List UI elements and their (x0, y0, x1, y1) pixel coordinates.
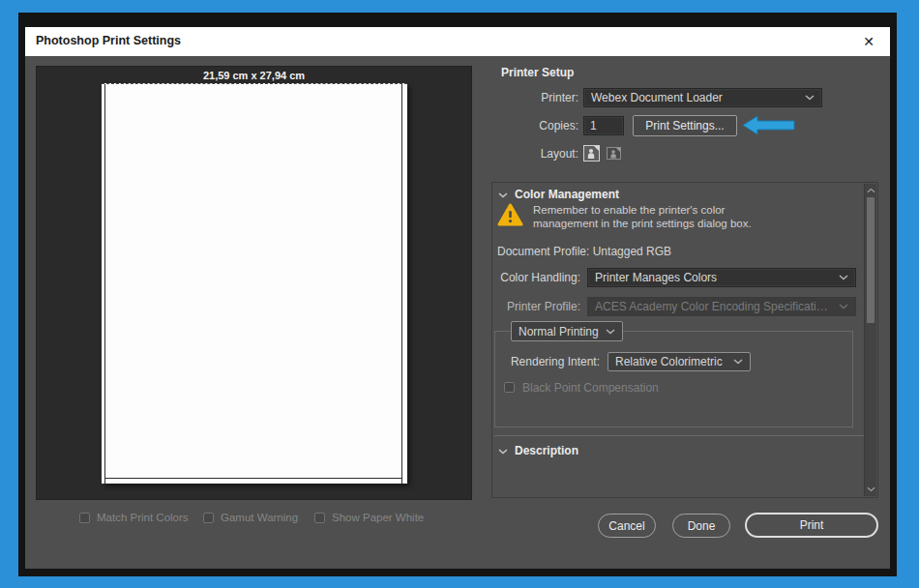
chevron-down-icon (805, 95, 815, 101)
color-handling-value: Printer Manages Colors (595, 271, 717, 284)
chevron-down-icon (839, 275, 848, 280)
color-management-header: Color Management (515, 188, 619, 201)
match-print-colors-checkbox (79, 513, 90, 523)
photoshop-print-settings-window: Photoshop Print Settings ✕ 21,59 cm x 27… (18, 13, 897, 576)
print-settings-button-label: Print Settings... (645, 119, 724, 132)
printing-mode-select[interactable]: Normal Printing (511, 321, 623, 341)
warning-line-2: management in the print settings dialog … (533, 217, 752, 230)
show-paper-white-checkbox (314, 513, 325, 523)
scrollbar[interactable] (864, 184, 876, 496)
section-divider (494, 435, 864, 436)
copies-label: Copies: (499, 116, 578, 135)
chevron-down-icon (839, 304, 848, 309)
margin-guide-right (401, 84, 402, 484)
callout-arrow-icon (742, 115, 795, 139)
margin-guide-left (104, 84, 105, 484)
printer-label: Printer: (499, 88, 578, 107)
color-handling-select[interactable]: Printer Manages Colors (587, 268, 856, 287)
paper-dimensions: 21,59 cm x 27,94 cm (37, 70, 471, 81)
done-button-label: Done (688, 519, 716, 533)
layout-label: Layout: (499, 144, 578, 163)
collapse-color-management-icon[interactable] (498, 192, 508, 198)
layout-reverse-icon[interactable] (606, 145, 622, 162)
cancel-button-label: Cancel (608, 519, 644, 533)
copies-input[interactable] (583, 116, 624, 135)
print-button-label: Print (800, 518, 824, 532)
scroll-up-icon[interactable] (865, 185, 876, 196)
done-button[interactable]: Done (672, 514, 730, 538)
printer-profile-select: ACES Academy Color Encoding Specificatio… (587, 297, 856, 316)
collapse-description-icon[interactable] (498, 449, 508, 455)
printing-mode-value: Normal Printing (519, 325, 599, 338)
print-button[interactable]: Print (745, 513, 878, 538)
description-header: Description (515, 444, 578, 457)
rendering-intent-value: Relative Colorimetric (615, 355, 723, 368)
printer-select-value: Webex Document Loader (591, 91, 723, 104)
scroll-down-icon[interactable] (865, 484, 876, 495)
chevron-down-icon (606, 329, 615, 335)
color-management-panel: Color Management Remember to enable the … (491, 182, 878, 498)
gamut-warning-label: Gamut Warning (221, 512, 298, 523)
black-point-label: Black Point Compensation (522, 381, 659, 395)
printer-profile-label: Printer Profile: (494, 297, 580, 316)
warning-icon (497, 202, 523, 231)
close-icon: ✕ (863, 35, 875, 48)
paper-preview (102, 83, 407, 484)
printing-mode-group: Normal Printing Rendering Intent: Relati… (494, 331, 853, 427)
window-title: Photoshop Print Settings (36, 34, 181, 47)
color-warning-text: Remember to enable the printer's color m… (533, 203, 752, 230)
gamut-warning-checkbox (203, 513, 214, 523)
scrollbar-thumb[interactable] (867, 197, 875, 323)
color-handling-label: Color Handling: (494, 268, 580, 287)
desktop-background: Photoshop Print Settings ✕ 21,59 cm x 27… (0, 0, 919, 588)
cancel-button[interactable]: Cancel (598, 514, 656, 538)
document-profile-text: Document Profile: Untagged RGB (497, 245, 671, 258)
margin-guide-bottom (104, 478, 402, 479)
chevron-down-icon (733, 359, 743, 365)
print-preview-panel: 21,59 cm x 27,94 cm (36, 66, 472, 500)
warning-line-1: Remember to enable the printer's color (533, 203, 752, 217)
match-print-colors-label: Match Print Colors (97, 512, 189, 523)
black-point-checkbox (504, 382, 515, 393)
printer-select[interactable]: Webex Document Loader (583, 88, 822, 107)
print-settings-button[interactable]: Print Settings... (633, 115, 737, 136)
title-bar: Photoshop Print Settings ✕ (25, 27, 890, 56)
dialog-body: 21,59 cm x 27,94 cm Printer Setup Printe… (25, 56, 890, 569)
printer-setup-header: Printer Setup (501, 66, 574, 79)
rendering-intent-select[interactable]: Relative Colorimetric (608, 352, 751, 371)
printer-profile-value: ACES Academy Color Encoding Specificatio… (595, 300, 832, 313)
layout-portrait-icon[interactable] (583, 145, 600, 162)
show-paper-white-label: Show Paper White (332, 512, 424, 523)
rendering-intent-label: Rendering Intent: (499, 352, 600, 371)
close-button[interactable]: ✕ (851, 27, 886, 56)
